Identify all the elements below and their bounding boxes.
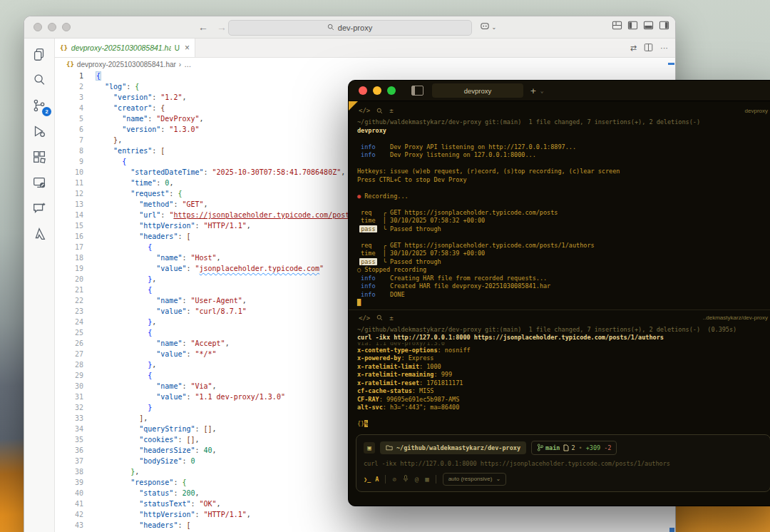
search-icon (327, 24, 334, 32)
dot-separator: • (579, 444, 582, 451)
json-file-icon: {} (66, 61, 74, 68)
sidebar-item-azure[interactable] (29, 225, 50, 242)
sidebar-item-extensions[interactable] (29, 148, 50, 165)
close-window-button[interactable] (34, 23, 42, 31)
forward-arrow-icon[interactable]: → (217, 21, 227, 33)
sidebar-item-run-debug[interactable] (29, 123, 50, 140)
breadcrumb[interactable]: {} devproxy-20251030085841.har › … (55, 58, 675, 71)
line-number: 16 (55, 231, 92, 242)
toggle-primary-sidebar-icon[interactable] (627, 20, 638, 31)
block-context-label: ..dekmastykarz/dev-proxy (703, 314, 768, 321)
prompt-bookmark-icon[interactable]: ▣ (364, 442, 375, 454)
line-number: 4 (55, 103, 92, 113)
terminal-window: devproxy + ⌄ </>±devproxy~/github/waldek… (348, 80, 770, 506)
export-icon[interactable]: ± (389, 314, 393, 322)
terminal-titlebar: devproxy + ⌄ (349, 81, 770, 101)
sidebar-item-remote-explorer[interactable] (29, 174, 50, 191)
terminal-block-header: </>±..dekmastykarz/dev-proxy (349, 310, 770, 326)
line-number: 37 (55, 456, 92, 466)
customize-layout-icon[interactable] (612, 20, 622, 31)
zoom-window-button[interactable] (62, 23, 71, 31)
line-number: 13 (55, 199, 92, 210)
new-tab-button[interactable]: + (530, 86, 536, 96)
line-number: 17 (55, 242, 92, 252)
scrollbar-decoration-marker (669, 528, 674, 532)
back-arrow-icon[interactable]: ← (198, 21, 208, 33)
minimize-window-button[interactable] (373, 86, 381, 95)
sidebar-toggle-icon[interactable] (411, 86, 423, 96)
line-number: 11 (55, 178, 92, 188)
code-icon[interactable]: </> (359, 107, 370, 114)
line-number: 22 (55, 295, 92, 306)
line-number: 28 (55, 359, 92, 370)
line-number: 39 (55, 477, 92, 488)
minimize-window-button[interactable] (48, 23, 56, 31)
line-number: 15 (55, 220, 92, 231)
line-number: 27 (55, 349, 92, 359)
sidebar-item-source-control[interactable]: 2 (29, 97, 50, 114)
line-number: 41 (55, 498, 92, 509)
block-bookmark-flag (349, 101, 358, 111)
line-number: 8 (55, 145, 92, 156)
close-tab-icon[interactable]: × (185, 43, 190, 53)
line-number: 2 (55, 81, 92, 92)
terminal-tab[interactable]: devproxy (432, 83, 523, 98)
window-controls (34, 23, 76, 31)
line-number: 1 (55, 71, 92, 81)
zoom-window-button[interactable] (387, 86, 396, 95)
command-center-search[interactable]: dev-proxy (228, 20, 472, 36)
files-changed-count: 2 (571, 444, 575, 451)
line-number: 42 (55, 509, 92, 520)
line-number: 25 (55, 327, 92, 338)
deletions-count: -2 (604, 444, 611, 451)
more-actions-icon[interactable]: ··· (660, 44, 668, 52)
terminal-output: ~/github/waldekmastykarz/dev-proxy git:(… (349, 118, 770, 307)
line-number: 40 (55, 488, 92, 498)
terminal-prompt-icon[interactable]: ❯_ (364, 476, 371, 483)
agent-mode-icon[interactable]: A (375, 476, 379, 483)
extensions-icon (31, 149, 47, 165)
circle-slash-icon[interactable]: ⊘ (392, 476, 396, 483)
git-status-pill[interactable]: main 2 • +309 -2 (531, 441, 617, 455)
line-number: 29 (55, 370, 92, 381)
breadcrumb-more: … (184, 61, 191, 68)
line-number: 10 (55, 167, 92, 178)
line-number: 30 (55, 381, 92, 392)
image-icon[interactable]: ▦ (425, 476, 428, 483)
terminal-input-box[interactable]: ▣ ~/github/waldekmastykarz/dev-proxy mai… (356, 434, 770, 492)
tab-har-file[interactable]: {} devproxy-20251030085841.har U × (55, 39, 195, 57)
split-editor-icon[interactable] (644, 43, 653, 53)
line-number: 12 (55, 188, 92, 199)
line-number: 33 (55, 413, 92, 424)
open-changes-icon[interactable]: ⇄ (630, 44, 637, 53)
export-icon[interactable]: ± (389, 107, 393, 114)
chevron-down-icon[interactable]: ⌄ (540, 88, 544, 94)
cwd-pill[interactable]: ~/github/waldekmastykarz/dev-proxy (380, 441, 526, 454)
line-number: 5 (55, 113, 92, 124)
line-number: 7 (55, 135, 92, 145)
vscode-titlebar: ← → dev-proxy ⌄ (24, 16, 675, 39)
line-number: 43 (55, 520, 92, 531)
terminal-output: ~/github/waldekmastykarz/dev-proxy git:(… (349, 326, 770, 429)
divider (385, 475, 386, 484)
editor-tab-bar: {} devproxy-20251030085841.har U × ⇄ ··· (55, 39, 675, 58)
sidebar-item-explorer[interactable] (29, 46, 50, 63)
file-icon (563, 444, 569, 451)
search-icon[interactable] (376, 314, 383, 321)
divider (436, 475, 436, 484)
mode-selector-dropdown[interactable]: auto (responsive) ⌄ (443, 473, 507, 486)
copilot-button[interactable]: ⌄ (480, 21, 497, 34)
toggle-panel-icon[interactable] (643, 20, 654, 31)
close-window-button[interactable] (359, 86, 367, 95)
line-number: 34 (55, 424, 92, 434)
toggle-secondary-sidebar-icon[interactable] (659, 20, 669, 31)
search-icon[interactable] (376, 108, 383, 114)
mention-icon[interactable]: @ (415, 476, 419, 483)
line-number: 36 (55, 445, 92, 456)
line-number: 6 (55, 124, 92, 135)
code-icon[interactable]: </> (359, 314, 370, 322)
command-suggestion[interactable]: curl -ikx http://127.0.0.1:8000 https://… (364, 460, 763, 467)
sidebar-item-chat[interactable] (29, 200, 50, 217)
mic-icon[interactable] (403, 475, 409, 484)
sidebar-item-search[interactable] (29, 71, 50, 88)
